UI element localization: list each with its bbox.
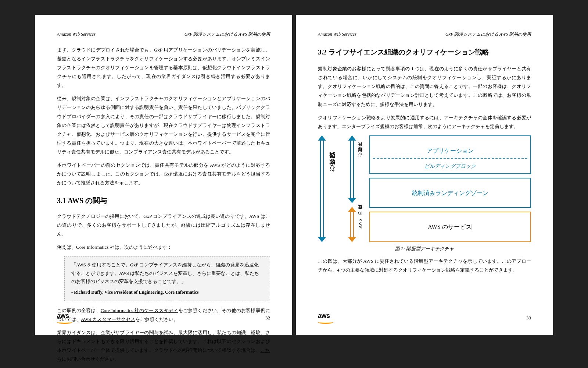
link-case-study[interactable]: Core Informatics 社のケーススタディ (101, 308, 178, 313)
arrow-label-customer: お客様の責任 (356, 150, 364, 160)
arrow-label-accountability: お客様の説明責任 (327, 163, 338, 176)
para: クオリフィケーション戦略をより効果的に適用するには、アーキテクチャの全体を確認す… (318, 113, 531, 131)
para: クラウドテクノロジーの採用において、GxP コンプライアンスの達成は長い道のりで… (57, 212, 270, 238)
quote-attribution: - Richard Duffy, Vice President of Engin… (71, 288, 263, 297)
box-aws-services: AWS のサービス| (369, 212, 531, 242)
para: 業界ガイダンスは、企業がサプライヤーの関与を試み、最大限に活用し、私たちの知識、… (57, 328, 270, 364)
architecture-diagram: お客様の説明責任 お客様の責任 AWS の責任 アプリケーション ビルディン (318, 135, 531, 242)
para: 従来、規制対象の企業は、インフラストラクチャのクオリフィケーションとアプリケーシ… (57, 94, 270, 156)
aws-logo: aws (318, 310, 333, 324)
header-right: GxP 関連システムにおける AWS 製品の使用 (184, 30, 270, 38)
arrow-label-aws: AWS の責任 (356, 213, 364, 229)
page-number: 33 (526, 314, 531, 322)
box-application: アプリケーション ビルディングブロック (369, 135, 531, 174)
blockquote: 「AWS を使用することで、GxP コンプライアンスを維持しながら、組織の発見を… (64, 256, 270, 301)
aws-logo: aws (57, 310, 72, 324)
figure-caption: 図 2: 階層型アーキテクチャ (318, 244, 531, 253)
page-number: 32 (265, 314, 270, 322)
header-right: GxP 関連システムにおける AWS 製品の使用 (445, 30, 531, 38)
header-left: Amazon Web Services (57, 30, 96, 38)
heading-3-1: 3.1 AWS の関与 (57, 194, 270, 208)
quote-text: 「AWS を使用することで、GxP コンプライアンスを維持しながら、組織の発見を… (71, 262, 259, 284)
para: 本ホワイトペーパーの前のセクションでは、責任共有モデルの部分を AWS がどのよ… (57, 161, 270, 187)
page-left: Amazon Web Services GxP 関連システムにおける AWS 製… (35, 15, 292, 335)
para: この事例の全容は、Core Informatics 社のケーススタディをご参照く… (57, 306, 270, 324)
page-right: Amazon Web Services GxP 関連システムにおける AWS 製… (296, 15, 553, 335)
link-customer-success[interactable]: AWS カスタマーサクセス (81, 316, 135, 322)
para: 規制対象企業のお客様にとって懸念事項の 1 つは、現在のように多くの責任がサプラ… (318, 64, 531, 109)
para: まず、クラウドにデプロイされた場合でも、GxP 用アプリケーションのバリデーショ… (57, 46, 270, 90)
para: この図は、大部分が AWS に委任されている階層型アーキテクチャを示しています。… (318, 257, 531, 275)
page-header: Amazon Web Services GxP 関連システムにおける AWS 製… (318, 30, 531, 38)
para: 例えば、Core Informatics 社は、次のように述べます： (57, 243, 270, 252)
header-left: Amazon Web Services (318, 30, 356, 38)
page-header: Amazon Web Services GxP 関連システムにおける AWS 製… (57, 30, 270, 38)
box-landing-zone: 統制済みランディングゾーン (369, 178, 531, 208)
heading-3-2: 3.2 ライフサイエンス組織のクオリフィケーション戦略 (318, 46, 531, 59)
